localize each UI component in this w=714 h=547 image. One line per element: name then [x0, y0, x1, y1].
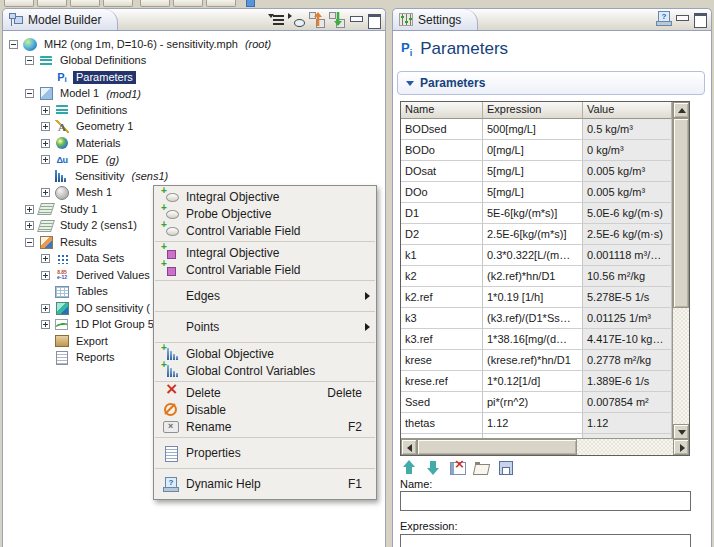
sort-ascending-icon[interactable] [308, 11, 325, 28]
table-cell[interactable]: 5[mg/L] [483, 182, 583, 203]
table-cell[interactable]: DOsat [401, 161, 483, 182]
menu-item[interactable]: Probe Objective [154, 205, 376, 222]
table-cell[interactable]: 0 kg/m³ [583, 140, 672, 161]
tree-item[interactable]: MH2 (ong 1m, D=10-6) - sensitivity.mph(r… [3, 36, 385, 53]
scroll-right-button[interactable] [673, 439, 689, 455]
tree-item[interactable]: Model 1(mod1) [3, 86, 385, 103]
move-down-icon[interactable] [425, 459, 442, 476]
table-cell[interactable]: (krese.ref)*hn/D1 [483, 350, 583, 371]
save-file-icon[interactable] [497, 459, 514, 476]
menu-item[interactable]: Dynamic HelpF1 [154, 471, 376, 497]
vertical-scroll-thumb[interactable] [673, 118, 689, 308]
expression-input[interactable] [400, 534, 691, 547]
expander-plus-icon[interactable] [41, 122, 50, 131]
table-cell[interactable]: thetas [401, 413, 483, 434]
table-cell[interactable]: krese.ref [401, 371, 483, 392]
expander-plus-icon[interactable] [41, 304, 50, 313]
menu-item[interactable]: Edges [154, 283, 376, 309]
parameters-section-header[interactable]: Parameters [397, 71, 705, 95]
table-cell[interactable]: (k2.ref)*hn/D1 [483, 266, 583, 287]
table-row[interactable]: k2(k2.ref)*hn/D110.56 m²/kg [401, 266, 689, 287]
table-cell[interactable]: D1 [401, 203, 483, 224]
table-row[interactable]: BODo0[mg/L]0 kg/m³ [401, 140, 689, 161]
toolbar-button-stub[interactable] [4, 0, 34, 7]
table-cell[interactable]: BODo [401, 140, 483, 161]
maximize-icon[interactable] [366, 12, 381, 27]
tree-item[interactable]: Geometry 1 [3, 119, 385, 136]
menu-item[interactable]: Integral Objective [154, 188, 376, 205]
toolbar-button-stub[interactable] [206, 0, 236, 7]
table-cell[interactable]: 10.56 m²/kg [583, 266, 672, 287]
table-row[interactable]: D15E-6[kg/(m*s)]5.0E-6 kg/(m·s) [401, 203, 689, 224]
expander-plus-icon[interactable] [41, 271, 50, 280]
scroll-up-button[interactable] [673, 102, 689, 118]
tab-model-builder[interactable]: Model Builder [3, 9, 118, 30]
horizontal-scroll-thumb[interactable] [417, 439, 577, 455]
menu-item[interactable]: Control Variable Field [154, 222, 376, 239]
expander-plus-icon[interactable] [41, 254, 50, 263]
table-cell[interactable]: 0[mg/L] [483, 140, 583, 161]
table-cell[interactable]: 0.5 kg/m³ [583, 119, 672, 140]
table-cell[interactable]: 5.0E-6 kg/(m·s) [583, 203, 672, 224]
table-row[interactable]: k3.ref1*38.16[mg/(d…4.417E-10 kg… [401, 329, 689, 350]
table-cell[interactable]: 0.005 kg/m³ [583, 182, 672, 203]
expander-plus-icon[interactable] [41, 155, 50, 164]
table-cell[interactable]: (k3.ref)/(D1*Ss… [483, 308, 583, 329]
table-cell[interactable]: 5[mg/L] [483, 161, 583, 182]
table-cell[interactable]: k2 [401, 266, 483, 287]
table-cell[interactable]: 0.007854 m² [583, 392, 672, 413]
table-row[interactable]: k3(k3.ref)/(D1*Ss…0.01125 1/m³ [401, 308, 689, 329]
table-cell[interactable]: k2.ref [401, 287, 483, 308]
minimize-icon[interactable] [674, 11, 689, 26]
table-cell[interactable]: 0.005 kg/m³ [583, 161, 672, 182]
table-row[interactable]: DOo5[mg/L]0.005 kg/m³ [401, 182, 689, 203]
toolbar-button-stub[interactable] [70, 0, 100, 7]
table-row[interactable]: BODsed500[mg/L]0.5 kg/m³ [401, 119, 689, 140]
table-cell[interactable]: Ssed [401, 392, 483, 413]
toolbar-button-stub[interactable] [246, 0, 255, 7]
expander-plus-icon[interactable] [25, 221, 34, 230]
expander-minus-icon[interactable] [9, 40, 18, 49]
show-icon[interactable] [288, 11, 305, 28]
toolbar-button-stub[interactable] [37, 0, 67, 7]
expander-plus-icon[interactable] [41, 188, 50, 197]
tab-settings[interactable]: Settings [393, 9, 478, 30]
tree-item[interactable]: Global Definitions [3, 53, 385, 70]
column-header[interactable]: Name [401, 102, 483, 119]
table-cell[interactable]: 5E-6[kg/(m*s)] [483, 203, 583, 224]
expander-plus-icon[interactable] [25, 205, 34, 214]
toolbar-button-stub[interactable] [140, 0, 170, 7]
tree-item[interactable]: Materials [3, 135, 385, 152]
table-row[interactable]: thetas1.121.12 [401, 413, 689, 434]
table-cell[interactable]: 500[mg/L] [483, 119, 583, 140]
table-row[interactable]: Ssedpi*(rn^2)0.007854 m² [401, 392, 689, 413]
horizontal-scrollbar[interactable] [401, 438, 689, 455]
expander-plus-icon[interactable] [41, 139, 50, 148]
table-row[interactable]: D22.5E-6[kg/(m*s)]2.5E-6 kg/(m·s) [401, 224, 689, 245]
tree-item[interactable]: Parameters [3, 69, 385, 86]
tree-item[interactable]: Definitions [3, 102, 385, 119]
menu-item[interactable]: Control Variable Field [154, 261, 376, 278]
table-cell[interactable]: 1.12 [483, 413, 583, 434]
column-header[interactable]: Value [583, 102, 672, 119]
table-cell[interactable]: 0.3*0.322[L/(m… [483, 245, 583, 266]
table-cell[interactable]: k1 [401, 245, 483, 266]
table-cell[interactable]: 1.12 [583, 413, 672, 434]
menu-item[interactable]: Global Control Variables [154, 362, 376, 379]
table-row[interactable]: k2.ref1*0.19 [1/h]5.278E-5 1/s [401, 287, 689, 308]
menu-item[interactable]: Global Objective [154, 345, 376, 362]
table-cell[interactable]: k3.ref [401, 329, 483, 350]
move-up-icon[interactable] [401, 459, 418, 476]
toolbar-button-stub[interactable] [103, 0, 133, 7]
table-cell[interactable]: 5.278E-5 1/s [583, 287, 672, 308]
table-cell[interactable]: krese [401, 350, 483, 371]
table-row[interactable]: krese.ref1*0.12[1/d]1.389E-6 1/s [401, 371, 689, 392]
menu-item[interactable]: Points [154, 314, 376, 340]
menu-item[interactable]: Disable [154, 401, 376, 418]
expander-plus-icon[interactable] [41, 106, 50, 115]
minimize-icon[interactable] [348, 12, 363, 27]
menu-item[interactable]: RenameF2 [154, 418, 376, 435]
maximize-icon[interactable] [692, 11, 707, 26]
table-cell[interactable]: 0.2778 m²/kg [583, 350, 672, 371]
delete-row-icon[interactable] [449, 459, 466, 476]
